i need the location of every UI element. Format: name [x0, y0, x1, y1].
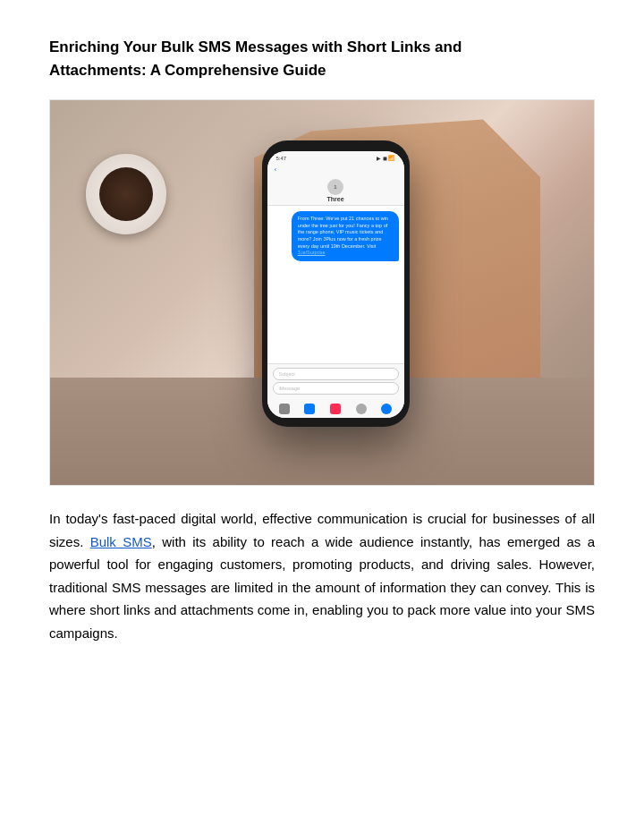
phone-subject-field[interactable]: Subject [273, 368, 399, 380]
phone-status-bar: 5:47 ▶ ◼ 📶 [267, 151, 404, 163]
music-icon[interactable] [330, 404, 341, 414]
sms-bubble: From Three: We've put 21 chances to win … [292, 211, 399, 261]
bulk-sms-link[interactable]: Bulk SMS [90, 534, 152, 549]
phone-screen: 5:47 ▶ ◼ 📶 ‹ 1 Three [267, 151, 404, 418]
title-line-2: Attachments: A Comprehensive Guide [49, 62, 326, 79]
more-icon[interactable] [356, 404, 367, 414]
title-line-1: Enriching Your Bulk SMS Messages with Sh… [49, 38, 462, 55]
body-paragraph: In today's fast-paced digital world, eff… [49, 507, 595, 644]
phone-input-area: Subject iMessage [267, 363, 404, 400]
phone-mockup: 5:47 ▶ ◼ 📶 ‹ 1 Three [262, 140, 410, 427]
phone-time: 5:47 [276, 156, 287, 161]
article-title: Enriching Your Bulk SMS Messages with Sh… [49, 36, 595, 81]
hero-image-container: 5:47 ▶ ◼ 📶 ‹ 1 Three [49, 99, 595, 486]
phone-icons: ▶ ◼ 📶 [377, 155, 394, 161]
page-container: Enriching Your Bulk SMS Messages with Sh… [0, 0, 644, 833]
phone-wrapper: 5:47 ▶ ◼ 📶 ‹ 1 Three [50, 100, 594, 485]
hero-image: 5:47 ▶ ◼ 📶 ‹ 1 Three [50, 100, 594, 485]
phone-bottom-bar [267, 400, 404, 418]
phone-messages-area: From Three: We've put 21 chances to win … [267, 206, 404, 363]
phone-back-button[interactable]: ‹ [267, 163, 404, 176]
camera-icon[interactable] [279, 404, 290, 414]
phone-message-field[interactable]: iMessage [273, 382, 399, 395]
appstore-icon[interactable] [304, 404, 315, 414]
phone-contact-header: 1 Three [267, 176, 404, 206]
send-icon[interactable] [381, 404, 392, 414]
